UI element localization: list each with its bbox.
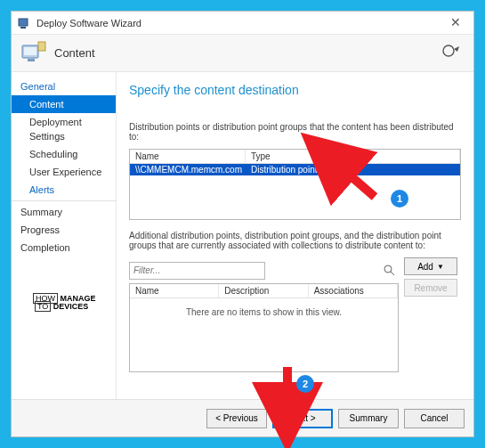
- sidebar-item-deployment-settings[interactable]: Deployment Settings: [12, 113, 116, 145]
- sidebar-item-alerts[interactable]: Alerts: [12, 181, 116, 199]
- list-header: Name Type: [130, 150, 460, 164]
- close-icon: ✕: [450, 15, 461, 29]
- additional-description: Additional distribution points, distribu…: [129, 231, 461, 250]
- sidebar-item-content[interactable]: Content: [12, 95, 116, 113]
- footer: < Previous Next > Summary Cancel: [12, 399, 473, 436]
- svg-rect-3: [24, 47, 36, 55]
- col-name[interactable]: Name: [130, 150, 246, 163]
- remove-button: Remove: [404, 279, 457, 297]
- content-icon: [20, 38, 47, 69]
- add-label: Add: [417, 262, 433, 272]
- sidebar-item-summary[interactable]: Summary: [12, 203, 116, 221]
- watermark-logo: HOW MANAGE TO DEVICES: [33, 295, 96, 311]
- sidebar-item-progress[interactable]: Progress: [12, 221, 116, 239]
- page-title: Specify the content destination: [129, 83, 461, 97]
- col-type[interactable]: Type: [246, 150, 460, 163]
- add-button[interactable]: Add ▼: [404, 257, 457, 275]
- search-icon[interactable]: [384, 264, 395, 280]
- filter-bar: [129, 261, 399, 280]
- window-title: Deploy Software Wizard: [36, 18, 141, 29]
- sidebar-item-general[interactable]: General: [12, 77, 116, 95]
- previous-button[interactable]: < Previous: [206, 409, 267, 428]
- additional-grid: Name Description Associations There are …: [129, 283, 399, 372]
- nav-sidebar: GeneralContentDeployment SettingsSchedul…: [12, 72, 117, 399]
- distributed-list: Name Type \\CMMEMCM.memcm.com Distributi…: [129, 149, 461, 220]
- col-desc[interactable]: Description: [219, 284, 308, 297]
- sidebar-item-user-experience[interactable]: User Experience: [12, 163, 116, 181]
- empty-message: There are no items to show in this view.: [130, 298, 398, 371]
- svg-rect-5: [38, 42, 45, 51]
- table-row[interactable]: \\CMMEMCM.memcm.com Distribution point: [130, 164, 460, 175]
- sidebar-item-completion[interactable]: Completion: [12, 239, 116, 257]
- sidebar-item-scheduling[interactable]: Scheduling: [12, 145, 116, 163]
- cancel-button[interactable]: Cancel: [404, 409, 465, 428]
- next-button[interactable]: Next >: [272, 409, 333, 428]
- svg-point-7: [384, 265, 392, 273]
- header-title: Content: [54, 46, 95, 60]
- deploy-software-wizard-dialog: Deploy Software Wizard ✕ Content General…: [11, 11, 474, 437]
- assist-icon[interactable]: [441, 44, 461, 67]
- wizard-header: Content: [12, 35, 473, 72]
- annotation-badge-2: 2: [296, 375, 314, 393]
- svg-rect-1: [20, 27, 26, 29]
- annotation-badge-1: 1: [391, 190, 408, 208]
- close-button[interactable]: ✕: [438, 12, 473, 33]
- app-icon: [17, 16, 31, 30]
- col-name2[interactable]: Name: [130, 284, 219, 297]
- distributed-description: Distribution points or distribution poin…: [129, 122, 461, 142]
- summary-button[interactable]: Summary: [338, 409, 399, 428]
- main-panel: Specify the content destination Distribu…: [117, 72, 473, 399]
- title-bar: Deploy Software Wizard ✕: [12, 12, 473, 35]
- svg-point-6: [443, 45, 454, 56]
- svg-rect-4: [28, 59, 35, 61]
- svg-rect-0: [19, 19, 28, 26]
- chevron-down-icon: ▼: [437, 263, 444, 271]
- remove-label: Remove: [414, 283, 447, 293]
- wizard-body: GeneralContentDeployment SettingsSchedul…: [12, 72, 473, 399]
- col-assoc[interactable]: Associations: [309, 284, 398, 297]
- svg-line-8: [391, 272, 394, 275]
- cell-type: Distribution point: [246, 164, 460, 175]
- filter-input[interactable]: [129, 262, 265, 280]
- cell-name: \\CMMEMCM.memcm.com: [130, 164, 246, 175]
